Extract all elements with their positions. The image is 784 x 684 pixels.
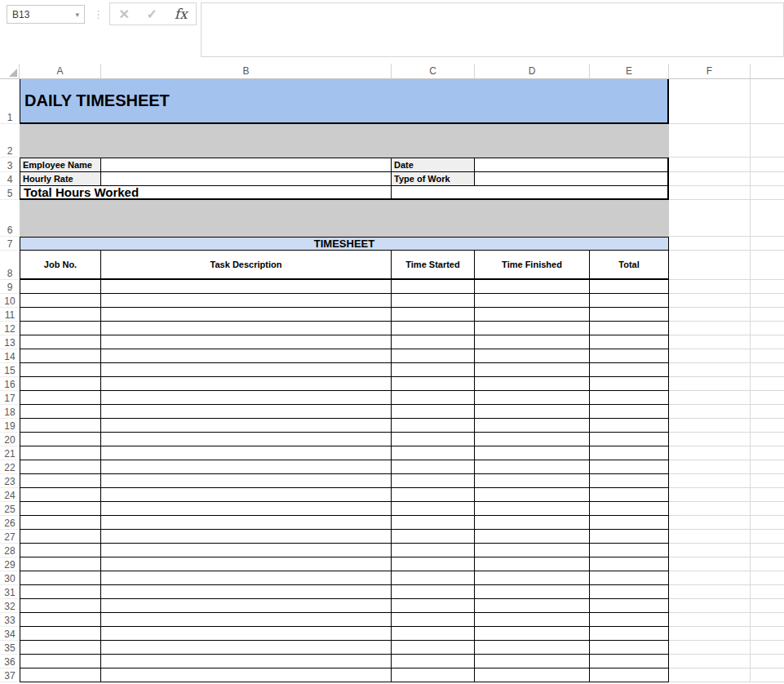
row-header-7[interactable]: 7 bbox=[0, 237, 20, 251]
job-no-header-cell[interactable]: Job No. bbox=[20, 251, 101, 280]
job-no-cell[interactable] bbox=[20, 308, 101, 322]
time-finished-cell[interactable] bbox=[475, 419, 590, 433]
time-finished-cell[interactable] bbox=[475, 613, 590, 627]
empty-col-f[interactable] bbox=[669, 251, 784, 280]
total-cell[interactable] bbox=[590, 557, 669, 571]
task-description-cell[interactable] bbox=[101, 363, 392, 377]
spacer-cell[interactable] bbox=[20, 200, 669, 237]
total-cell[interactable] bbox=[590, 391, 669, 405]
task-description-cell[interactable] bbox=[101, 377, 392, 391]
time-finished-cell[interactable] bbox=[475, 627, 590, 641]
task-description-cell[interactable] bbox=[101, 294, 392, 308]
job-no-cell[interactable] bbox=[20, 641, 101, 655]
total-cell[interactable] bbox=[590, 280, 669, 294]
empty-col-f[interactable] bbox=[669, 308, 784, 322]
column-header-e[interactable]: E bbox=[590, 64, 669, 79]
row-header[interactable]: 21 bbox=[0, 446, 20, 460]
job-no-cell[interactable] bbox=[20, 599, 101, 613]
total-cell[interactable] bbox=[590, 627, 669, 641]
time-started-cell[interactable] bbox=[392, 585, 475, 599]
row-header[interactable]: 17 bbox=[0, 391, 20, 405]
time-started-cell[interactable] bbox=[392, 322, 475, 335]
time-started-cell[interactable] bbox=[392, 557, 475, 571]
row-header[interactable]: 28 bbox=[0, 544, 20, 557]
time-finished-cell[interactable] bbox=[475, 294, 590, 308]
time-started-cell[interactable] bbox=[392, 488, 475, 502]
row-header[interactable]: 16 bbox=[0, 377, 20, 391]
job-no-cell[interactable] bbox=[20, 655, 101, 668]
total-cell[interactable] bbox=[590, 585, 669, 599]
task-description-cell[interactable] bbox=[101, 460, 392, 474]
time-started-cell[interactable] bbox=[392, 433, 475, 446]
total-cell[interactable] bbox=[590, 613, 669, 627]
row-header[interactable]: 30 bbox=[0, 571, 20, 585]
time-started-cell[interactable] bbox=[392, 613, 475, 627]
total-cell[interactable] bbox=[590, 335, 669, 349]
job-no-cell[interactable] bbox=[20, 294, 101, 308]
spacer-cell[interactable] bbox=[20, 124, 669, 158]
task-description-cell[interactable] bbox=[101, 627, 392, 641]
time-finished-cell[interactable] bbox=[475, 405, 590, 419]
row-header[interactable]: 32 bbox=[0, 599, 20, 613]
time-started-cell[interactable] bbox=[392, 641, 475, 655]
empty-col-f[interactable] bbox=[669, 79, 784, 124]
total-hours-label-cell[interactable]: Total Hours Worked bbox=[20, 186, 392, 200]
empty-col-f[interactable] bbox=[669, 280, 784, 294]
time-started-cell[interactable] bbox=[392, 294, 475, 308]
job-no-cell[interactable] bbox=[20, 502, 101, 516]
job-no-cell[interactable] bbox=[20, 446, 101, 460]
time-finished-cell[interactable] bbox=[475, 557, 590, 571]
task-description-cell[interactable] bbox=[101, 502, 392, 516]
job-no-cell[interactable] bbox=[20, 377, 101, 391]
time-finished-cell[interactable] bbox=[475, 377, 590, 391]
job-no-cell[interactable] bbox=[20, 585, 101, 599]
total-cell[interactable] bbox=[590, 530, 669, 544]
time-finished-cell[interactable] bbox=[475, 585, 590, 599]
time-finished-cell[interactable] bbox=[475, 571, 590, 585]
time-started-cell[interactable] bbox=[392, 391, 475, 405]
time-finished-cell[interactable] bbox=[475, 322, 590, 335]
empty-col-f[interactable] bbox=[669, 557, 784, 571]
job-no-cell[interactable] bbox=[20, 335, 101, 349]
time-finished-cell[interactable] bbox=[475, 335, 590, 349]
row-header[interactable]: 27 bbox=[0, 530, 20, 544]
time-started-cell[interactable] bbox=[392, 571, 475, 585]
total-cell[interactable] bbox=[590, 419, 669, 433]
empty-col-f[interactable] bbox=[669, 363, 784, 377]
total-cell[interactable] bbox=[590, 544, 669, 557]
time-finished-cell[interactable] bbox=[475, 280, 590, 294]
time-finished-cell[interactable] bbox=[475, 502, 590, 516]
time-finished-cell[interactable] bbox=[475, 516, 590, 530]
row-header-4[interactable]: 4 bbox=[0, 172, 20, 186]
empty-col-f[interactable] bbox=[669, 668, 784, 682]
column-header-f[interactable]: F bbox=[669, 64, 751, 79]
time-finished-cell[interactable] bbox=[475, 641, 590, 655]
row-header[interactable]: 33 bbox=[0, 613, 20, 627]
time-started-cell[interactable] bbox=[392, 349, 475, 363]
total-cell[interactable] bbox=[590, 433, 669, 446]
empty-col-f[interactable] bbox=[669, 172, 784, 186]
row-header[interactable]: 18 bbox=[0, 405, 20, 419]
task-description-cell[interactable] bbox=[101, 474, 392, 488]
row-header[interactable]: 31 bbox=[0, 585, 20, 599]
total-cell[interactable] bbox=[590, 474, 669, 488]
time-finished-cell[interactable] bbox=[475, 599, 590, 613]
time-started-cell[interactable] bbox=[392, 335, 475, 349]
time-started-header-cell[interactable]: Time Started bbox=[392, 251, 475, 280]
empty-col-f[interactable] bbox=[669, 186, 784, 200]
row-header[interactable]: 14 bbox=[0, 349, 20, 363]
time-finished-cell[interactable] bbox=[475, 655, 590, 668]
row-header[interactable]: 22 bbox=[0, 460, 20, 474]
time-finished-cell[interactable] bbox=[475, 460, 590, 474]
row-header[interactable]: 36 bbox=[0, 655, 20, 668]
cancel-icon[interactable]: ✕ bbox=[118, 7, 129, 22]
row-header[interactable]: 25 bbox=[0, 502, 20, 516]
job-no-cell[interactable] bbox=[20, 322, 101, 335]
column-header-d[interactable]: D bbox=[475, 64, 590, 79]
job-no-cell[interactable] bbox=[20, 571, 101, 585]
time-started-cell[interactable] bbox=[392, 516, 475, 530]
insert-function-icon[interactable]: fx bbox=[175, 6, 188, 22]
total-cell[interactable] bbox=[590, 488, 669, 502]
time-finished-cell[interactable] bbox=[475, 308, 590, 322]
row-header[interactable]: 15 bbox=[0, 363, 20, 377]
